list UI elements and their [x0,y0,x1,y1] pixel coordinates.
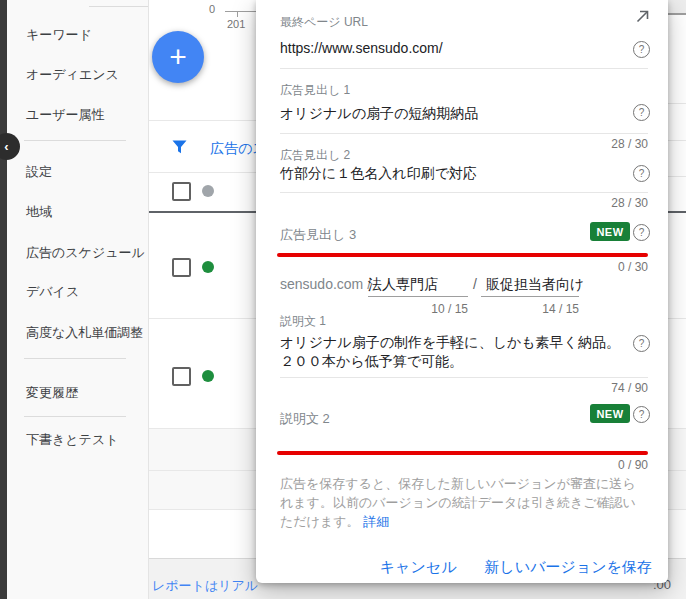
headline3-required-underline [277,253,648,257]
report-status-text-fragment: レポートはリアル [152,577,258,595]
headline1-label: 広告見出し 1 [280,82,350,99]
sidebar-item-drafts-experiments[interactable]: 下書きとテスト [26,431,119,449]
row-divider [148,172,256,173]
path1-field[interactable]: 法人専門店 [368,276,438,294]
headline3-char-counter: 0 / 30 [618,260,648,274]
chevron-left-icon: ‹ [4,139,8,154]
sidebar-item-demographics[interactable]: ユーザー属性 [26,106,105,124]
sidebar-item-advanced-bid-adjustments[interactable]: 高度な入札単価調整 [26,324,143,342]
headline1-char-counter: 28 / 30 [611,137,648,151]
save-new-version-button[interactable]: 新しいバージョンを保存 [485,558,652,577]
display-url-domain: sensudo.com / [280,276,371,292]
status-dot-enabled [202,370,214,382]
description1-char-counter: 74 / 90 [611,381,648,395]
sidebar-item-keywords[interactable]: キーワード [26,26,92,44]
sidebar-divider [24,358,126,359]
add-ad-button[interactable]: + [152,31,204,83]
chart-x-axis-date-fragment: 201 [227,18,245,30]
sidebar-item-settings[interactable]: 設定 [26,163,52,181]
description1-label: 説明文 1 [280,313,326,330]
new-badge: NEW [590,404,630,423]
left-dark-rail [0,0,7,599]
headline2-label: 広告見出し 2 [280,147,350,164]
sidebar-divider [89,6,148,7]
dialog-actions: キャンセル 新しいバージョンを保存 [380,558,652,577]
path2-field[interactable]: 販促担当者向け [486,276,584,294]
plus-icon: + [169,40,187,74]
field-divider [280,68,648,69]
help-icon[interactable] [633,165,650,182]
chart-axis-line [225,11,256,12]
final-url-label: 最終ページ URL [280,14,368,31]
open-in-new-icon[interactable] [634,8,651,29]
chart-card-border [668,13,686,15]
sidebar-item-ad-schedule[interactable]: 広告のスケジュール [26,244,145,262]
help-icon[interactable] [633,224,650,241]
row-checkbox[interactable] [172,367,191,386]
field-divider [280,377,648,378]
row-divider [148,120,256,121]
chart-y-axis-zero: 0 [209,3,215,15]
row-checkbox[interactable] [172,258,191,277]
path1-underline [368,296,468,297]
save-notice-text: 広告を保存すると、保存した新しいバージョンが審査に送られます。以前のバージョンの… [280,474,636,531]
new-badge: NEW [590,222,630,241]
final-url-field[interactable]: https://www.sensudo.com/ [280,40,443,56]
help-icon[interactable] [633,104,650,121]
sidebar-item-audiences[interactable]: オーディエンス [26,66,119,84]
headline2-field[interactable]: 竹部分に１色名入れ印刷で対応 [280,165,477,183]
sidebar-nav: キーワード オーディエンス ユーザー属性 設定 地域 広告のスケジュール デバイ… [7,0,149,599]
help-icon[interactable] [633,41,650,58]
headline2-char-counter: 28 / 30 [611,196,648,210]
row-divider [668,140,686,141]
field-divider [280,192,648,193]
chart-card-edge [668,0,686,13]
description1-field[interactable]: オリジナル扇子の制作を手軽に、しかも素早く納品。２００本から低予算で可能。 [280,333,632,371]
edit-ad-dialog: 最終ページ URL https://www.sensudo.com/ 広告見出し… [256,0,668,583]
path-separator: / [473,276,477,292]
chart-axis-tick [237,12,238,17]
headline1-field[interactable]: オリジナルの扇子の短納期納品 [280,105,478,123]
cancel-button[interactable]: キャンセル [380,558,457,577]
row-divider [668,103,686,104]
help-icon[interactable] [633,335,650,352]
headline3-label: 広告見出し 3 [280,226,356,244]
sidebar-item-devices[interactable]: デバイス [26,283,79,301]
path1-char-counter: 10 / 15 [368,302,468,316]
status-dot-enabled [202,261,214,273]
description2-char-counter: 0 / 90 [618,458,648,472]
status-dot-paused [202,185,214,197]
path2-underline [481,296,579,297]
description2-label: 説明文 2 [280,410,330,428]
sidebar-item-locations[interactable]: 地域 [26,203,52,221]
sidebar-divider [24,416,126,417]
filter-funnel-icon[interactable] [172,140,187,158]
sidebar-item-change-history[interactable]: 変更履歴 [26,384,78,402]
path2-char-counter: 14 / 15 [481,302,579,316]
notice-body: 広告を保存すると、保存した新しいバージョンが審査に送られます。以前のバージョンの… [280,476,636,529]
learn-more-link[interactable]: 詳細 [363,514,389,529]
help-icon[interactable] [633,406,650,423]
description2-required-underline [277,451,648,455]
row-divider [668,176,686,177]
sidebar-divider [24,140,126,141]
row-checkbox[interactable] [172,182,191,201]
field-divider [280,133,648,134]
